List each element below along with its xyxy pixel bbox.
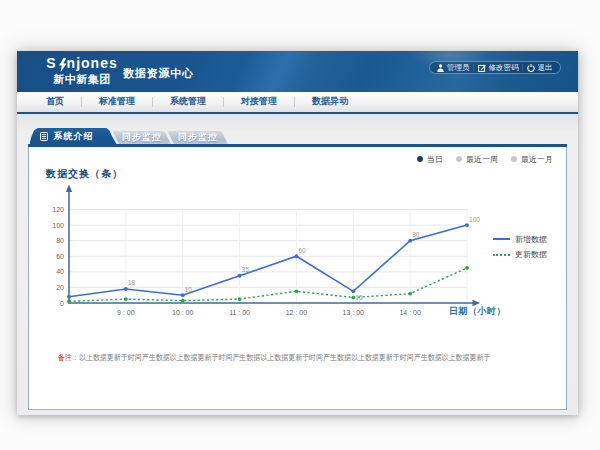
nav-item-3[interactable]: 系统管理 — [153, 92, 223, 111]
svg-text:40: 40 — [56, 268, 64, 275]
brand-logo-en: Snjones — [43, 56, 121, 71]
nav-item-5[interactable]: 数据异动 — [295, 92, 365, 111]
svg-text:10 : 00: 10 : 00 — [172, 309, 194, 316]
content-area: 系统介绍同步监控同步监控 当日最近一周最近一月 0204060801001209… — [17, 114, 578, 416]
svg-text:13 : 00: 13 : 00 — [343, 309, 365, 316]
user-menu-change-password[interactable]: 修改密码 — [474, 63, 522, 73]
tab-3[interactable]: 同步监控 — [167, 130, 228, 144]
nav-item-2[interactable]: 标准管理 — [82, 92, 152, 111]
chart-panel: 当日最近一周最近一月 0204060801001209 : 0010 : 001… — [28, 147, 567, 411]
desktop-background: Snjones 新中新集团 数据资源中心 管理员修改密码退出 首页标准管理系统管… — [0, 0, 600, 450]
svg-text:60: 60 — [56, 252, 64, 259]
main-nav: 首页标准管理系统管理对接管理数据异动 — [17, 92, 578, 114]
svg-text:20: 20 — [56, 283, 64, 290]
legend-item-2: 更新数据 — [493, 249, 547, 260]
footnote: 备注：以上数据更新于时间产生数据以上数据更新于时间产生数据以上数据更新于时间产生… — [58, 353, 490, 363]
tab-label: 同步监控 — [177, 131, 217, 144]
svg-text:11 : 00: 11 : 00 — [229, 309, 250, 316]
user-icon — [437, 64, 444, 72]
tab-bar: 系统介绍同步监控同步监控 — [28, 130, 567, 145]
brand-logo-cn: 新中新集团 — [43, 72, 121, 86]
power-icon — [527, 64, 535, 72]
legend-swatch — [493, 254, 510, 256]
svg-text:35: 35 — [242, 266, 250, 273]
nav-item-4[interactable]: 对接管理 — [224, 92, 294, 111]
svg-text:10: 10 — [185, 285, 193, 292]
user-menu: 管理员修改密码退出 — [429, 61, 562, 74]
svg-text:9 : 00: 9 : 00 — [117, 309, 135, 316]
svg-text:12 : 00: 12 : 00 — [286, 309, 308, 316]
tab-label: 系统介绍 — [54, 130, 94, 143]
svg-text:120: 120 — [52, 206, 64, 213]
brand-logo-en-prefix: S — [46, 56, 56, 71]
svg-text:18: 18 — [128, 279, 136, 286]
form-icon — [40, 127, 48, 145]
user-menu-admin[interactable]: 管理员 — [434, 63, 474, 73]
user-menu-label: 退出 — [538, 63, 553, 73]
footnote-text: ：以上数据更新于时间产生数据以上数据更新于时间产生数据以上数据更新于时间产生数据… — [72, 353, 491, 362]
app-window: Snjones 新中新集团 数据资源中心 管理员修改密码退出 首页标准管理系统管… — [17, 51, 578, 415]
edit-icon — [478, 64, 486, 72]
user-menu-label: 管理员 — [447, 63, 470, 73]
user-menu-logout[interactable]: 退出 — [523, 63, 556, 73]
legend-label: 新增数据 — [515, 234, 547, 245]
legend-swatch — [493, 238, 510, 240]
brand-logo-en-suffix: njones — [67, 56, 118, 71]
svg-text:80: 80 — [412, 231, 420, 238]
nav-item-1[interactable]: 首页 — [29, 92, 81, 111]
chart-legend: 新增数据更新数据 — [493, 234, 547, 261]
y-axis-title: 数据交换（条） — [46, 167, 123, 181]
x-axis-title: 日期（小时） — [449, 305, 506, 318]
page-title: 数据资源中心 — [123, 66, 194, 81]
lightning-bolt-icon — [58, 58, 67, 72]
svg-text:14 : 00: 14 : 00 — [399, 309, 421, 316]
svg-text:0: 0 — [60, 299, 64, 306]
footnote-prefix: 备注 — [58, 353, 72, 362]
legend-item-1: 新增数据 — [493, 234, 547, 245]
header: Snjones 新中新集团 数据资源中心 管理员修改密码退出 — [17, 51, 578, 92]
tab-1-active[interactable]: 系统介绍 — [30, 128, 117, 144]
svg-text:80: 80 — [56, 237, 64, 244]
tab-label: 同步监控 — [121, 131, 161, 144]
svg-text:60: 60 — [298, 246, 306, 253]
tab-2[interactable]: 同步监控 — [112, 130, 171, 144]
svg-text:100: 100 — [52, 221, 64, 228]
svg-text:100: 100 — [469, 215, 480, 222]
user-menu-label: 修改密码 — [489, 63, 519, 73]
legend-label: 更新数据 — [515, 249, 547, 260]
brand-logo: Snjones 新中新集团 — [43, 56, 121, 86]
line-chart: 0204060801001209 : 0010 : 0011 : 0012 : … — [29, 147, 566, 407]
